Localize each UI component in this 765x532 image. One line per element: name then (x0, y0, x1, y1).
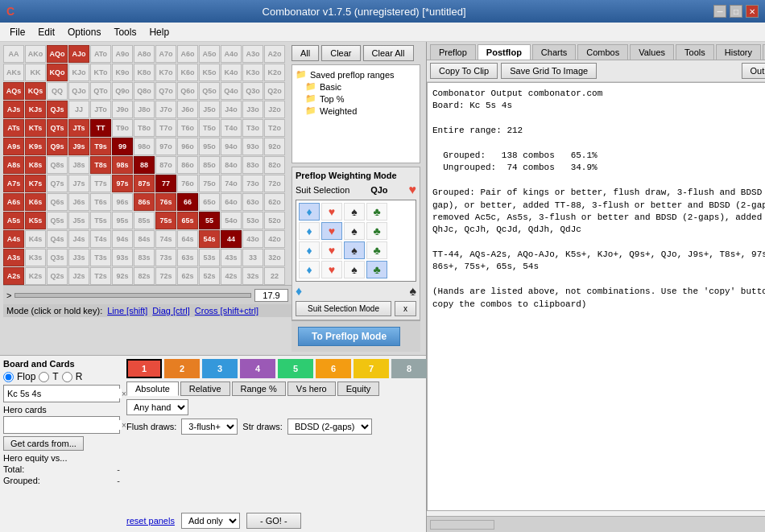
hand-cell[interactable]: T6s (90, 193, 111, 211)
hand-cell[interactable]: A2o (264, 45, 285, 63)
hand-cell[interactable]: T9o (112, 119, 133, 137)
hand-cell[interactable]: A2s (3, 267, 24, 285)
hand-cell[interactable]: Q9o (112, 82, 133, 100)
tab-relative[interactable]: Relative (180, 381, 230, 396)
hand-cell[interactable]: 73s (155, 249, 176, 266)
hand-cell[interactable]: KJs (25, 101, 46, 118)
hand-cell[interactable]: KQo (47, 64, 68, 81)
suit-cell[interactable]: ♣ (366, 241, 387, 259)
hand-cell[interactable]: 86o (177, 156, 198, 174)
saved-range-top[interactable]: 📁 Top % (305, 93, 416, 105)
hand-cell[interactable]: JTs (68, 119, 89, 137)
hand-cell[interactable]: Q5s (47, 212, 68, 229)
hand-cell[interactable]: T3o (242, 119, 263, 137)
hand-cell[interactable]: QQ (47, 82, 68, 100)
hand-cell[interactable]: A3s (3, 249, 24, 266)
hand-cell[interactable]: JJ (68, 101, 89, 118)
hand-cell[interactable]: KQs (25, 82, 46, 100)
hand-cell[interactable]: 87s (134, 175, 155, 192)
hand-cell[interactable]: 92o (264, 138, 285, 155)
hand-cell[interactable]: 82o (264, 156, 285, 174)
hand-cell[interactable]: Q6s (47, 193, 68, 211)
hand-cell[interactable]: 76s (155, 193, 176, 211)
hand-cell[interactable]: Q8s (47, 156, 68, 174)
hand-cell[interactable]: A9o (112, 45, 133, 63)
hand-cell[interactable]: 75o (199, 175, 220, 192)
hero-cards-input[interactable] (4, 420, 122, 430)
suit-cell[interactable]: ♠ (344, 203, 365, 221)
hand-cell[interactable]: 87o (155, 156, 176, 174)
output-options-button[interactable]: Output Options (742, 63, 765, 79)
hand-cell[interactable]: ATs (3, 119, 24, 137)
color-btn-1[interactable]: 1 (126, 359, 162, 378)
hand-cell[interactable]: T2o (264, 119, 285, 137)
hand-cell[interactable]: A6o (177, 45, 198, 63)
suit-cell[interactable]: ♠ (344, 261, 365, 278)
hand-cell[interactable]: 66 (177, 193, 198, 211)
hand-cell[interactable]: J2o (264, 101, 285, 118)
hand-cell[interactable]: J5o (199, 101, 220, 118)
hand-cell[interactable]: J7o (155, 101, 176, 118)
suit-cell[interactable]: ♠ (344, 241, 365, 259)
hand-cell[interactable]: AKs (3, 64, 24, 81)
hand-cell[interactable]: 64s (177, 230, 198, 248)
str-draws-select[interactable]: BDSD (2-gaps) (287, 419, 372, 435)
hand-cell[interactable]: 42s (221, 267, 242, 285)
hand-cell[interactable]: T7o (155, 119, 176, 137)
hand-cell[interactable]: K9o (112, 64, 133, 81)
hand-cell[interactable]: A5s (3, 212, 24, 229)
hand-cell[interactable]: 84s (134, 230, 155, 248)
hand-cell[interactable]: 93o (242, 138, 263, 155)
tab-history[interactable]: History (716, 44, 761, 60)
hand-cell[interactable]: 22 (264, 267, 285, 285)
hand-cell[interactable]: K6s (25, 193, 46, 211)
hand-cell[interactable]: 88 (134, 156, 155, 174)
tab-range-pct[interactable]: Range % (232, 381, 286, 396)
hand-cell[interactable]: AQs (3, 82, 24, 100)
add-only-select[interactable]: Add only (181, 513, 240, 529)
mode-line[interactable]: Line [shift] (107, 306, 147, 315)
suit-cell[interactable]: ♠ (344, 222, 365, 240)
hand-cell[interactable]: 44 (221, 230, 242, 248)
hand-cell[interactable]: A4s (3, 230, 24, 248)
menu-help[interactable]: Help (143, 25, 176, 39)
suit-cell[interactable]: ♥ (321, 222, 342, 240)
color-btn-3[interactable]: 3 (202, 359, 238, 378)
hand-cell[interactable]: 94s (112, 230, 133, 248)
hand-cell[interactable]: AA (3, 45, 24, 63)
hand-type-select[interactable]: Any hand (126, 399, 188, 415)
hand-cell[interactable]: Q4s (47, 230, 68, 248)
hand-cell[interactable]: KTo (90, 64, 111, 81)
hand-cell[interactable]: 95o (199, 138, 220, 155)
hand-cell[interactable]: Q5o (199, 82, 220, 100)
hand-cell[interactable]: J8s (68, 156, 89, 174)
hand-cell[interactable]: ATo (90, 45, 111, 63)
suit-cell[interactable]: ♦ (299, 222, 320, 240)
hand-cell[interactable]: 96s (112, 193, 133, 211)
hand-cell[interactable]: Q3s (47, 249, 68, 266)
hand-cell[interactable]: 54s (199, 230, 220, 248)
hand-cell[interactable]: T2s (90, 267, 111, 285)
suit-cell[interactable]: ♥ (321, 261, 342, 278)
hand-cell[interactable]: AJs (3, 101, 24, 118)
hand-cell[interactable]: 65o (199, 193, 220, 211)
hand-cell[interactable]: A8o (134, 45, 155, 63)
tab-tools[interactable]: Tools (676, 44, 714, 60)
hand-cell[interactable]: J2s (68, 267, 89, 285)
hand-cell[interactable]: 63o (242, 193, 263, 211)
hand-cell[interactable]: A5o (199, 45, 220, 63)
tab-values[interactable]: Values (630, 44, 674, 60)
hand-cell[interactable]: 86s (134, 193, 155, 211)
suit-cell[interactable]: ♣ (366, 203, 387, 221)
hand-cell[interactable]: 62s (177, 267, 198, 285)
hand-cell[interactable]: J7s (68, 175, 89, 192)
suit-close-button[interactable]: x (395, 301, 416, 316)
hand-cell[interactable]: K4s (25, 230, 46, 248)
flop-radio[interactable] (3, 372, 14, 382)
menu-file[interactable]: File (3, 25, 31, 39)
hand-cell[interactable]: A7s (3, 175, 24, 192)
hand-cell[interactable]: T7s (90, 175, 111, 192)
hand-cell[interactable]: T4o (221, 119, 242, 137)
hand-cell[interactable]: TT (90, 119, 111, 137)
hand-cell[interactable]: T4s (90, 230, 111, 248)
